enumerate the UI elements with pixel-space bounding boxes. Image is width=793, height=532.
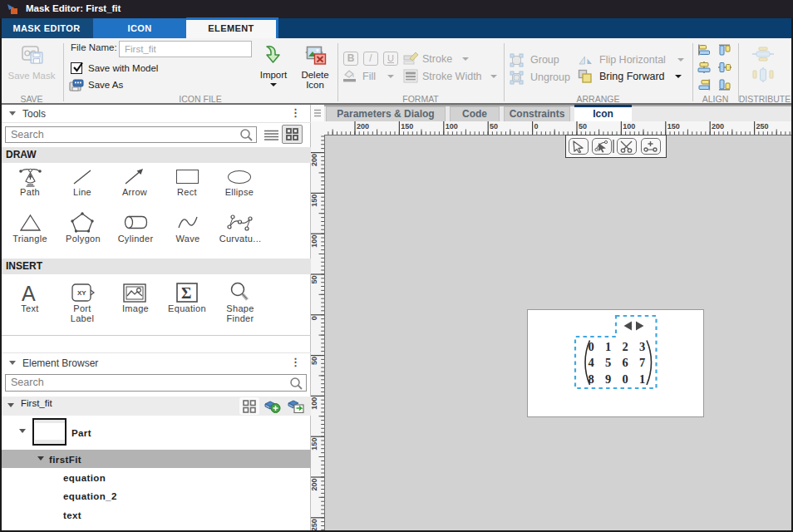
svg-text:4: 4: [588, 356, 594, 369]
svg-text:0: 0: [534, 122, 539, 131]
svg-text:0: 0: [588, 340, 594, 353]
svg-text:Σ: Σ: [181, 284, 191, 302]
svg-text:100: 100: [446, 122, 458, 131]
svg-text:0: 0: [311, 316, 318, 320]
svg-text:1: 1: [605, 340, 611, 353]
svg-text:7: 7: [639, 356, 645, 369]
svg-text:2: 2: [622, 340, 628, 353]
svg-text:8: 8: [588, 372, 594, 386]
svg-text:9: 9: [605, 372, 611, 386]
svg-text:200: 200: [357, 122, 369, 131]
svg-text:150: 150: [667, 122, 680, 131]
svg-text:6: 6: [622, 356, 628, 369]
svg-text:5: 5: [605, 356, 611, 369]
svg-text:1: 1: [639, 372, 645, 386]
svg-text:200: 200: [712, 122, 724, 131]
svg-text:50: 50: [311, 275, 318, 283]
svg-text:0: 0: [622, 372, 628, 386]
svg-text:50: 50: [579, 122, 587, 131]
svg-text:50: 50: [490, 122, 498, 131]
svg-text:100: 100: [311, 235, 318, 248]
svg-text:200: 200: [311, 154, 318, 166]
svg-text:150: 150: [401, 122, 413, 131]
svg-text:XY: XY: [77, 289, 86, 297]
svg-text:150: 150: [311, 438, 318, 451]
svg-text:100: 100: [623, 122, 635, 131]
svg-text:200: 200: [311, 478, 318, 490]
svg-text:100: 100: [311, 397, 318, 410]
svg-text:150: 150: [311, 195, 318, 207]
svg-text:250: 250: [311, 519, 318, 530]
svg-text:50: 50: [311, 357, 318, 365]
svg-text:250: 250: [756, 122, 769, 131]
svg-text:3: 3: [639, 340, 645, 353]
